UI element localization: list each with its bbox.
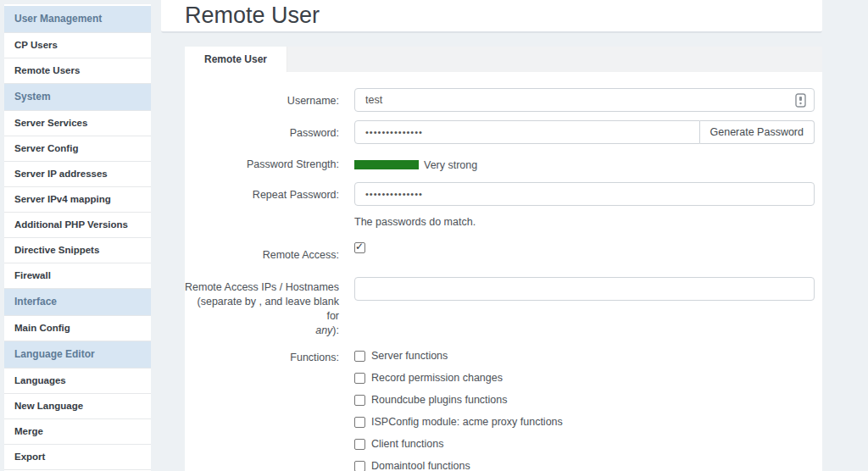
page-title: Remote User [161, 0, 822, 29]
sidebar-item-server-ip-addresses[interactable]: Server IP addresses [4, 162, 151, 187]
function-option-label: ISPConfig module: acme proxy functions [371, 416, 563, 429]
function-option-server-functions[interactable]: Server functions [354, 350, 815, 363]
sidebar-item-remote-users[interactable]: Remote Users [4, 58, 151, 84]
password-row: Password: Generate Password [185, 120, 822, 144]
generate-password-button[interactable]: Generate Password [700, 120, 815, 144]
password-label: Password: [185, 120, 339, 144]
sidebar-section-language-editor: Language Editor [4, 341, 151, 368]
checkbox-icon[interactable] [354, 417, 365, 428]
username-input[interactable] [354, 88, 815, 112]
password-manager-icon[interactable] [795, 93, 806, 110]
checkmark-icon: ✓ [355, 241, 364, 252]
password-match-text: The passwords do match. [354, 214, 815, 228]
remote-ips-row: Remote Access IPs / Hostnames (separate … [185, 277, 822, 338]
function-option-client-functions[interactable]: Client functions [354, 438, 815, 451]
functions-row: Functions: Server functionsRecord permis… [185, 350, 822, 471]
password-input[interactable] [354, 120, 700, 144]
sidebar-section-user-management: User Management [4, 6, 151, 33]
remote-access-label: Remote Access: [185, 242, 339, 263]
sidebar-item-server-ipv4-mapping[interactable]: Server IPv4 mapping [4, 187, 151, 213]
function-option-label: Record permission changes [371, 372, 503, 385]
password-strength-label: Password Strength: [185, 158, 339, 172]
sidebar-item-main-config[interactable]: Main Config [4, 316, 151, 341]
sidebar-section-system: System [4, 84, 151, 111]
sidebar-item-server-config[interactable]: Server Config [4, 136, 151, 162]
sidebar-item-languages[interactable]: Languages [4, 368, 151, 394]
password-strength-text: Very strong [424, 159, 477, 171]
tab-remote-user[interactable]: Remote User [185, 47, 287, 72]
password-strength-row: Password Strength: Very strong [185, 158, 822, 172]
remote-ips-input[interactable] [354, 277, 815, 301]
checkbox-icon[interactable] [354, 373, 365, 384]
sidebar-item-merge[interactable]: Merge [4, 419, 151, 445]
sidebar-item-directive-snippets[interactable]: Directive Snippets [4, 238, 151, 263]
page-header: Remote User [161, 0, 822, 33]
remote-access-checkbox[interactable]: ✓ [354, 242, 365, 253]
remote-access-row: Remote Access: ✓ [185, 242, 822, 263]
function-option-label: Roundcube plugins functions [371, 394, 508, 407]
repeat-password-input[interactable] [354, 182, 815, 206]
sidebar: User ManagementCP UsersRemote UsersSyste… [4, 4, 151, 471]
sidebar-item-cp-users[interactable]: CP Users [4, 33, 151, 58]
sidebar-item-export[interactable]: Export [4, 445, 151, 470]
password-strength-bar-fill [354, 160, 419, 169]
sidebar-section-interface: Interface [4, 289, 151, 316]
checkbox-icon[interactable] [354, 439, 365, 450]
checkbox-icon[interactable] [354, 395, 365, 406]
functions-label: Functions: [185, 350, 339, 471]
checkbox-icon[interactable] [354, 351, 365, 362]
checkbox-icon[interactable] [354, 461, 365, 471]
function-option-domaintool-functions[interactable]: Domaintool functions [354, 460, 815, 471]
username-label: Username: [185, 88, 339, 112]
function-option-ispconfig-module-acme-proxy-functions[interactable]: ISPConfig module: acme proxy functions [354, 416, 815, 429]
functions-list: Server functionsRecord permission change… [354, 350, 815, 471]
sidebar-item-new-language[interactable]: New Language [4, 394, 151, 419]
content-panel: Remote User Username: Password: [185, 47, 822, 471]
tab-bar: Remote User [185, 47, 822, 72]
function-option-label: Domaintool functions [371, 460, 470, 471]
remote-ips-label: Remote Access IPs / Hostnames (separate … [185, 277, 339, 338]
function-option-roundcube-plugins-functions[interactable]: Roundcube plugins functions [354, 394, 815, 407]
sidebar-item-additional-php-versions[interactable]: Additional PHP Versions [4, 213, 151, 238]
password-strength-bar [354, 160, 419, 169]
password-match-row: The passwords do match. [185, 214, 822, 228]
sidebar-item-server-services[interactable]: Server Services [4, 111, 151, 136]
remote-user-form: Username: Password: Generate Password [185, 72, 822, 471]
function-option-label: Client functions [371, 438, 443, 451]
repeat-password-row: Repeat Password: [185, 182, 822, 206]
username-row: Username: [185, 88, 822, 112]
function-option-label: Server functions [371, 350, 448, 363]
sidebar-item-firewall[interactable]: Firewall [4, 263, 151, 289]
repeat-password-label: Repeat Password: [185, 182, 339, 206]
function-option-record-permission-changes[interactable]: Record permission changes [354, 372, 815, 385]
